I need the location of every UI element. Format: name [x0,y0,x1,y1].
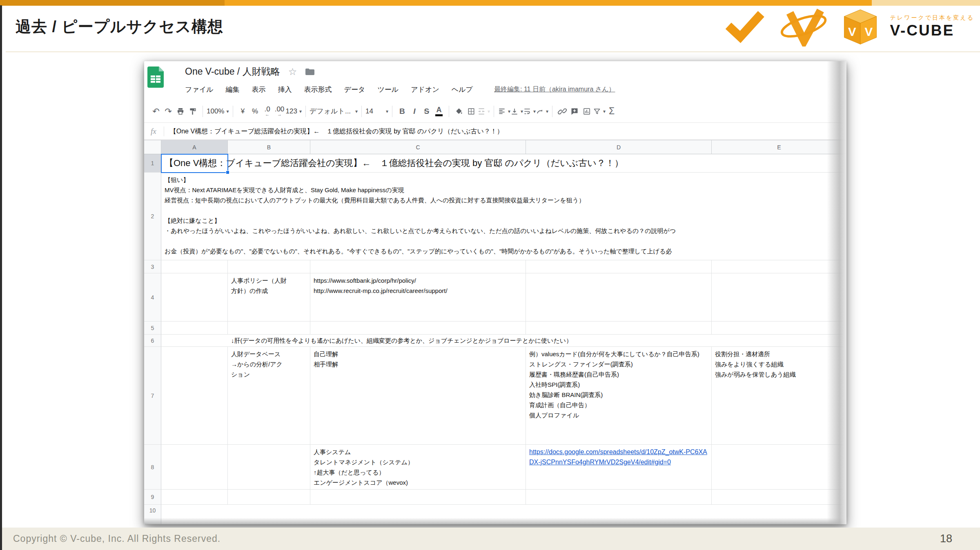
cell-b8[interactable] [228,445,310,490]
cell-d7[interactable]: 例）valuesカード(自分が何を大事にしているか？自己申告系) ストレングス・… [526,347,712,445]
increase-decimal-button[interactable]: .00→ [274,104,286,119]
italic-button[interactable]: I [408,104,421,119]
toolbar-separator [203,106,203,117]
column-header-c[interactable]: C [310,140,526,154]
font-size-select[interactable]: 14 ▾ [365,104,388,119]
cell-c5[interactable] [310,322,526,335]
formula-value[interactable]: 【One V構想：ブイキューブ総活躍会社の実現】← １億総括役社会の実現 by … [170,127,503,136]
cell-d4[interactable] [526,273,712,322]
row-6: 6 ↓肝(データの可用性を今よりも遙かにあげたい、組織変更の参考とか、ジョブチェ… [144,335,846,347]
print-button[interactable] [174,104,187,119]
column-header-e[interactable]: E [712,140,846,154]
row-number[interactable]: 7 [144,347,161,445]
font-select[interactable]: デフォルト... ▾ [310,104,358,119]
cell-b6[interactable]: ↓肝(データの可用性を今よりも遙かにあげたい、組織変更の参考とか、ジョブチェンジ… [161,335,846,347]
formula-bar[interactable]: fx 【One V構想：ブイキューブ総活躍会社の実現】← １億総括役社会の実現 … [144,123,846,140]
select-all-corner[interactable] [144,140,161,154]
cell-e4[interactable] [712,273,846,322]
insert-link-button[interactable] [556,104,568,119]
format-percent-button[interactable]: % [249,104,261,119]
brand-logos: V V テレワークで日本を変える V-CUBE [722,7,974,47]
cell-b5[interactable] [228,322,310,335]
align-left-icon [498,107,506,115]
cell-d8[interactable]: https://docs.google.com/spreadsheets/d/1… [526,445,712,490]
menu-file[interactable]: ファイル [185,85,214,94]
row-number[interactable]: 3 [144,260,161,273]
cell-d5[interactable] [526,322,712,335]
borders-button[interactable] [465,104,477,119]
doc-title[interactable]: One V-cube / 人財戦略 [185,65,280,78]
paint-format-button[interactable] [187,104,199,119]
menu-view[interactable]: 表示 [252,85,266,94]
cell-b9[interactable] [228,490,310,505]
cell-a3[interactable] [161,260,228,273]
cell-e5[interactable] [712,322,846,335]
strikethrough-button[interactable]: S [421,104,433,119]
zoom-select[interactable]: 100% ▾ [207,104,229,119]
row-number[interactable]: 8 [144,445,161,490]
undo-button[interactable]: ↶ [150,104,162,119]
merge-cells-button[interactable]: ▾ [477,104,490,119]
cell-grid: 1 【One V構想：ブイキューブ総活躍会社の実現】← １億総括役社会の実現 b… [144,154,846,524]
functions-button[interactable]: Σ [606,104,618,119]
number-format-select[interactable]: 123 ▾ [286,104,302,119]
menu-help[interactable]: ヘルプ [452,85,473,94]
cell-a5[interactable] [161,322,228,335]
row-number[interactable]: 9 [144,490,161,505]
cell-a2[interactable]: 【狙い】 MV視点：Next ATARIMAEを実現できる人財育成と、Stay … [161,173,846,260]
cell-d3[interactable] [526,260,712,273]
row-number[interactable]: 1 [144,154,161,173]
menu-data[interactable]: データ [344,85,365,94]
menu-addons[interactable]: アドオン [411,85,439,94]
row-number[interactable]: 4 [144,273,161,322]
cell-c3[interactable] [310,260,526,273]
menu-format[interactable]: 表示形式 [304,85,332,94]
cell-a4[interactable] [161,273,228,322]
cell-c4[interactable]: https://www.softbank.jp/corp/hr/policy/ … [310,273,526,322]
move-folder-icon[interactable] [305,68,315,76]
cell-e3[interactable] [712,260,846,273]
column-header-b[interactable]: B [228,140,310,154]
filter-button[interactable]: ▾ [593,104,606,119]
text-color-button[interactable]: A [433,104,445,119]
cell-a7[interactable] [161,347,228,445]
insert-comment-button[interactable] [568,104,581,119]
text-wrap-button[interactable]: ▾ [523,104,536,119]
star-icon[interactable]: ☆ [288,67,297,77]
menu-edit[interactable]: 編集 [226,85,240,94]
bold-button[interactable]: B [396,104,408,119]
cell-e9[interactable] [712,490,846,505]
redo-button[interactable]: ↷ [162,104,174,119]
column-header-a[interactable]: A [161,140,228,154]
cell-c8[interactable]: 人事システム タレントマネジメント（システム） ↑超大事（だと思ってる） エンゲ… [310,445,526,490]
row-number[interactable]: 2 [144,173,161,260]
cell-b7[interactable]: 人財データベース →からの分析/アク ション [228,347,310,445]
cell-a8[interactable] [161,445,228,490]
selection-fill-handle[interactable] [226,171,229,174]
row-number[interactable]: 6 [144,335,161,347]
cell-e7[interactable]: 役割分担・適材適所 強みをより強くする組織 強みが弱みを保管しあう組織 [712,347,846,445]
row-number[interactable]: 5 [144,322,161,335]
cell-c7[interactable]: 自己理解 相手理解 [310,347,526,445]
format-currency-button[interactable]: ¥ [237,104,249,119]
selection-box-a1[interactable] [161,154,228,173]
decrease-decimal-button[interactable]: .0← [261,104,274,119]
cell-e8[interactable] [712,445,846,490]
vertical-align-button[interactable]: ▾ [510,104,523,119]
cell-d9[interactable] [526,490,712,505]
cell-c9[interactable] [310,490,526,505]
cell-a9[interactable] [161,490,228,505]
last-edit-link[interactable]: 最終編集: 11 日前（akira imamura さん） [494,85,615,94]
cell-a1[interactable]: 【One V構想：ブイキューブ総活躍会社の実現】← １億総括役社会の実現 by … [161,154,846,173]
menu-tools[interactable]: ツール [377,85,399,94]
fill-color-button[interactable] [453,104,465,119]
menu-insert[interactable]: 挿入 [278,85,292,94]
cell-b4[interactable]: 人事ポリシー（人財 方針）の作成 [228,273,310,322]
current-color-swatch [435,114,443,116]
text-rotate-button[interactable]: ▾ [536,104,548,119]
spreadsheet-link[interactable]: https://docs.google.com/spreadsheets/d/1… [529,448,707,466]
cell-b3[interactable] [228,260,310,273]
column-header-d[interactable]: D [526,140,712,154]
insert-chart-button[interactable] [581,104,593,119]
horizontal-align-button[interactable]: ▾ [498,104,510,119]
